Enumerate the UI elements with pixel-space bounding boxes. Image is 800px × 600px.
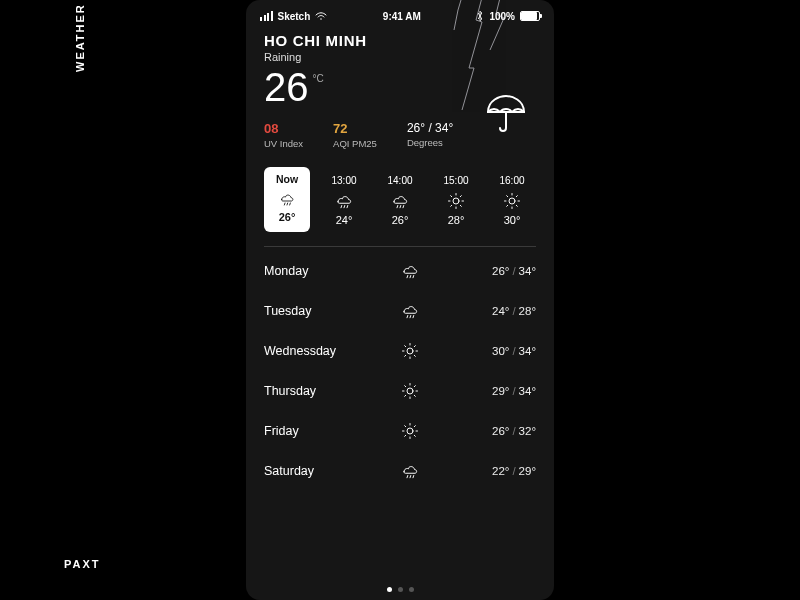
temp-unit: °C (313, 73, 324, 84)
day-range: 24°/28° (456, 305, 536, 317)
day-row[interactable]: Monday26°/34° (264, 251, 536, 291)
page-dot[interactable] (387, 587, 392, 592)
day-name: Monday (264, 264, 364, 278)
hour-temp: 30° (490, 214, 534, 226)
hour-card[interactable]: 14:0026° (378, 167, 422, 232)
carrier-label: Sketch (278, 11, 311, 22)
page-indicator[interactable] (246, 587, 554, 592)
degrees-label: Degrees (407, 137, 453, 148)
umbrella-icon (482, 90, 530, 138)
sun-icon (401, 342, 419, 360)
rain-icon (401, 462, 419, 480)
day-row[interactable]: Tuesday24°/28° (264, 291, 536, 331)
day-row[interactable]: Thursday29°/34° (264, 371, 536, 411)
phone-frame: Sketch 9:41 AM 100% HO CHI MINH Raining … (246, 0, 554, 600)
hour-label: 15:00 (434, 175, 478, 186)
rain-icon (391, 192, 409, 210)
day-name: Wednessday (264, 344, 364, 358)
hour-temp: 26° (378, 214, 422, 226)
hour-label: 13:00 (322, 175, 366, 186)
rain-icon (279, 191, 295, 207)
day-row[interactable]: Wednessday30°/34° (264, 331, 536, 371)
hour-label: Now (264, 173, 310, 185)
uv-label: UV Index (264, 138, 303, 149)
divider (264, 246, 536, 247)
wifi-icon (315, 12, 327, 21)
metric-uv: 08 UV Index (264, 121, 303, 149)
signal-icon (260, 11, 273, 21)
day-name: Saturday (264, 464, 364, 478)
hour-temp: 26° (264, 211, 310, 223)
day-name: Friday (264, 424, 364, 438)
bluetooth-icon (476, 10, 484, 22)
hour-card[interactable]: 13:0024° (322, 167, 366, 232)
sun-icon (503, 192, 521, 210)
brand-label: PAXT (64, 558, 101, 570)
sun-icon (401, 422, 419, 440)
metric-degrees: 26° / 34° Degrees (407, 121, 453, 149)
hourly-forecast[interactable]: Now26°13:0024°14:0026°15:0028°16:0030°17… (264, 167, 536, 232)
hour-card[interactable]: Now26° (264, 167, 310, 232)
day-row[interactable]: Saturday22°/29° (264, 451, 536, 491)
rain-icon (335, 192, 353, 210)
page-side-label: WEATHER CHALLENGE (74, 0, 86, 72)
condition-label: Raining (264, 51, 536, 63)
day-name: Tuesday (264, 304, 364, 318)
aqi-label: AQI PM25 (333, 138, 377, 149)
daily-forecast[interactable]: Monday26°/34°Tuesday24°/28°Wednessday30°… (264, 251, 536, 491)
current-temp: 26 (264, 67, 309, 107)
hour-label: 16:00 (490, 175, 534, 186)
day-range: 22°/29° (456, 465, 536, 477)
city-name: HO CHI MINH (264, 32, 536, 49)
day-range: 29°/34° (456, 385, 536, 397)
hour-card[interactable]: 15:0028° (434, 167, 478, 232)
page-dot[interactable] (409, 587, 414, 592)
aqi-value: 72 (333, 121, 377, 136)
day-range: 30°/34° (456, 345, 536, 357)
day-row[interactable]: Friday26°/32° (264, 411, 536, 451)
hour-temp: 28° (434, 214, 478, 226)
day-range: 26°/32° (456, 425, 536, 437)
sun-icon (401, 382, 419, 400)
rain-icon (401, 302, 419, 320)
battery-pct: 100% (489, 11, 515, 22)
hour-temp: 24° (322, 214, 366, 226)
page-dot[interactable] (398, 587, 403, 592)
hour-label: 14:00 (378, 175, 422, 186)
battery-icon (520, 11, 540, 21)
rain-icon (401, 262, 419, 280)
uv-value: 08 (264, 121, 303, 136)
hour-card[interactable]: 16:0030° (490, 167, 534, 232)
day-name: Thursday (264, 384, 364, 398)
day-range: 26°/34° (456, 265, 536, 277)
status-bar: Sketch 9:41 AM 100% (246, 0, 554, 26)
metric-aqi: 72 AQI PM25 (333, 121, 377, 149)
sun-icon (447, 192, 465, 210)
status-time: 9:41 AM (383, 11, 421, 22)
degrees-value: 26° / 34° (407, 121, 453, 135)
